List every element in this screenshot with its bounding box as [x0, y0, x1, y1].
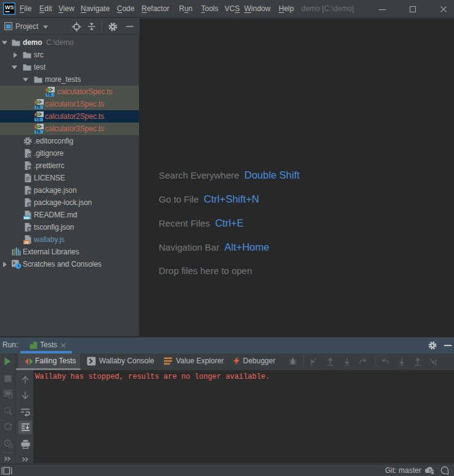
svg-text:TS: TS	[47, 92, 52, 97]
svg-text:WS: WS	[5, 4, 14, 10]
svg-text:TS: TS	[36, 129, 41, 134]
svg-text:MD: MD	[24, 216, 30, 220]
svg-text:JS: JS	[24, 240, 28, 244]
svg-text:TS: TS	[36, 105, 41, 109]
svg-text:TS: TS	[36, 117, 41, 121]
